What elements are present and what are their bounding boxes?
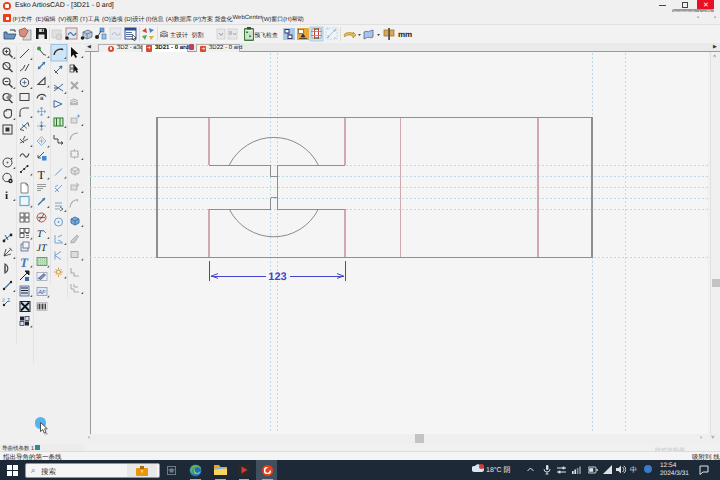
svg-text:123: 123 xyxy=(268,271,286,283)
svg-text:mm: mm xyxy=(398,30,412,39)
svg-text:AF: AF xyxy=(37,289,46,296)
svg-text:JT: JT xyxy=(37,243,48,254)
svg-text:2: 2 xyxy=(2,298,5,304)
svg-text:i: i xyxy=(5,190,8,202)
svg-text:主设计: 主设计 xyxy=(170,31,188,39)
svg-text:切割: 切割 xyxy=(192,31,204,39)
svg-text:T: T xyxy=(20,255,29,270)
svg-text:T: T xyxy=(38,168,46,182)
svg-text:预飞检查: 预飞检查 xyxy=(255,32,278,39)
